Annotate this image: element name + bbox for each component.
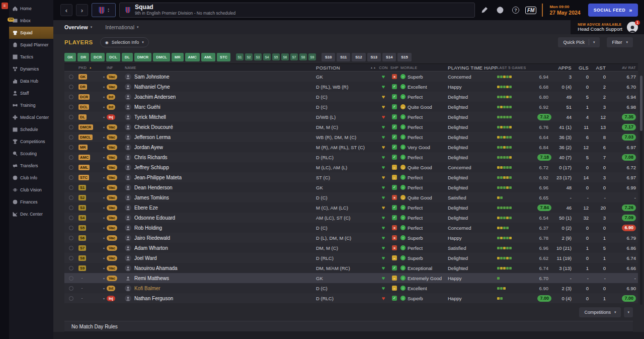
column-header-ast[interactable]: AST xyxy=(593,65,610,71)
table-row[interactable]: MR▾VacJordan AyewM (R), AM (RL), ST (C)♥… xyxy=(64,142,638,152)
filter-gk[interactable]: GK xyxy=(64,53,76,61)
row-checkbox[interactable] xyxy=(69,206,73,210)
pkd-dropdown-icon[interactable]: ▾ xyxy=(103,105,107,109)
table-row[interactable]: -▾IntKofi BalmerD (C)♥–↑Excellent6.902 (… xyxy=(64,283,638,293)
filter-dcl[interactable]: DCL xyxy=(106,53,120,61)
sidebar-item-club-vision[interactable]: Club Vision xyxy=(9,184,53,196)
sidebar-item-medical-center[interactable]: Medical Center xyxy=(9,111,53,123)
fm-logo[interactable]: FM xyxy=(525,7,536,14)
table-row[interactable]: S2▾VacJames TomkinsD (C)♥×→Quite GoodSat… xyxy=(64,192,638,202)
filter-s7[interactable]: S7 xyxy=(290,53,298,60)
table-row[interactable]: S8▾VacJoel WardD (RLC)♥–↑SuperbDelighted… xyxy=(64,253,638,263)
row-checkbox[interactable] xyxy=(69,165,73,170)
advice-panel[interactable]: NEW ADVICE AVAILABLE Head Coach Support … xyxy=(571,20,644,34)
filter-s4[interactable]: S4 xyxy=(263,53,271,60)
column-header-con[interactable]: CON xyxy=(378,65,388,70)
filter-s14[interactable]: S14 xyxy=(382,53,396,61)
sidebar-item-dev-center[interactable]: Dev. Center xyxy=(9,208,53,220)
sidebar-item-transfers[interactable]: Transfers xyxy=(9,160,53,172)
table-row[interactable]: DMCL▾VacJefferson LermaWB (R), DM, M (C)… xyxy=(64,132,638,142)
pkd-dropdown-icon[interactable]: ▾ xyxy=(103,206,107,210)
pkd-dropdown-icon[interactable]: ▾ xyxy=(103,146,107,149)
filter-s8[interactable]: S8 xyxy=(299,53,307,60)
row-checkbox[interactable] xyxy=(69,246,73,250)
globe-icon[interactable] xyxy=(494,5,506,16)
column-header-morale[interactable]: MORALE xyxy=(400,65,448,70)
row-checkbox[interactable] xyxy=(69,155,73,160)
pkd-dropdown-icon[interactable]: ▾ xyxy=(103,246,107,250)
tab-international[interactable]: International▾ xyxy=(105,24,138,30)
collapse-button[interactable]: ▾ xyxy=(624,307,633,317)
filter-dmcl[interactable]: DMCL xyxy=(153,53,170,61)
back-button[interactable]: ‹ xyxy=(60,4,72,16)
pkd-dropdown-icon[interactable]: ▾ xyxy=(103,216,107,220)
pkd-dropdown-icon[interactable]: ▾ xyxy=(103,156,107,159)
sidebar-item-scouting[interactable]: Scouting xyxy=(9,148,53,160)
table-row[interactable]: S5▾VacRob HoldingD (C)♥×↑PerfectConcerne… xyxy=(64,223,638,233)
sidebar-item-schedule[interactable]: Schedule xyxy=(9,123,53,135)
column-header-apps[interactable]: APPS xyxy=(551,65,576,71)
pkd-dropdown-icon[interactable]: ▾ xyxy=(103,85,107,89)
table-row[interactable]: DR▾VacNathaniel ClyneD (RL), WB (R)♥✓↑Ex… xyxy=(64,82,638,92)
quick-pick-button[interactable]: Quick Pick ▾ xyxy=(558,37,600,47)
column-header-gls[interactable]: GLS xyxy=(576,65,593,71)
column-header-avrat[interactable]: AV RAT xyxy=(610,65,638,70)
filter-s3[interactable]: S3 xyxy=(254,53,262,60)
scrollbar-thumb[interactable] xyxy=(640,76,642,131)
sidebar-item-home[interactable]: Home xyxy=(9,3,53,15)
pkd-dropdown-icon[interactable]: ▾ xyxy=(103,196,107,199)
filter-stc[interactable]: STC xyxy=(217,53,230,61)
table-row[interactable]: DL▾InjTyrick MitchellD/WB (L)♥✓↑PerfectD… xyxy=(64,112,638,122)
row-checkbox[interactable] xyxy=(69,135,73,140)
row-checkbox[interactable] xyxy=(69,95,73,99)
filter-s2[interactable]: S2 xyxy=(245,53,253,60)
table-row[interactable]: DCL▾IntMarc GuéhiD (C)♥✓→Quite GoodDelig… xyxy=(64,102,638,112)
row-checkbox[interactable] xyxy=(69,296,73,301)
sidebar-item-staff[interactable]: Staff xyxy=(9,87,53,99)
row-checkbox[interactable] xyxy=(69,256,73,260)
sidebar-item-training[interactable]: Training xyxy=(9,99,53,111)
table-row[interactable]: DCR▾IntJoachim AndersenD (C)♥✓↑PerfectDe… xyxy=(64,92,638,102)
forward-button[interactable]: › xyxy=(76,4,88,16)
coach-avatar[interactable]: 1 xyxy=(627,22,638,33)
pkd-dropdown-icon[interactable]: ▾ xyxy=(103,277,107,280)
row-checkbox[interactable] xyxy=(69,85,73,89)
row-checkbox[interactable] xyxy=(69,266,73,270)
pkd-dropdown-icon[interactable]: ▾ xyxy=(103,256,107,260)
row-checkbox[interactable] xyxy=(69,75,73,79)
table-row[interactable]: -▾InjNathan FergusonD (RLC)♥✓↑SuperbHapp… xyxy=(64,293,638,303)
row-checkbox[interactable] xyxy=(69,226,73,230)
filter-dmcr[interactable]: DMCR xyxy=(134,53,152,61)
filter-dl[interactable]: DL xyxy=(122,53,133,61)
table-row[interactable]: S9▾VacNaouirou AhamadaDM, M/AM (RC)♥✓↑Ex… xyxy=(64,263,638,273)
pkd-dropdown-icon[interactable]: ▾ xyxy=(103,266,107,270)
club-switch-spinner[interactable]: ▴▾ xyxy=(108,8,109,13)
filter-dr[interactable]: DR xyxy=(77,53,89,61)
table-row[interactable]: S1▾VacDean HendersonGK♥✓↑PerfectDelighte… xyxy=(64,182,638,192)
pkd-dropdown-icon[interactable]: ▾ xyxy=(103,176,107,179)
row-checkbox[interactable] xyxy=(69,236,73,240)
row-checkbox[interactable] xyxy=(69,105,73,109)
table-scrollbar[interactable] xyxy=(640,76,642,305)
table-row[interactable]: STC▾VacJean-Philippe MatetaST (C)♥–↑Perf… xyxy=(64,172,638,182)
sidebar-item-club-info[interactable]: Club Info xyxy=(9,172,53,184)
column-header-shp[interactable]: SHP xyxy=(388,65,400,70)
row-checkbox[interactable] xyxy=(69,145,73,150)
selection-info-button[interactable]: ◉ Selection Info ▾ xyxy=(100,37,149,47)
row-checkbox[interactable] xyxy=(69,276,73,281)
sidebar-item-squad[interactable]: Squad xyxy=(9,27,53,39)
column-header-inf[interactable]: INF xyxy=(107,65,125,70)
social-feed-button[interactable]: SOCIAL FEED» xyxy=(588,4,638,17)
pkd-dropdown-icon[interactable]: ▾ xyxy=(103,115,107,119)
filter-s1[interactable]: S1 xyxy=(236,53,244,60)
table-row[interactable]: -▾VacRemi MatthewsGK♥–↑Extremely GoodHap… xyxy=(64,273,638,283)
row-checkbox[interactable] xyxy=(69,185,73,190)
sidebar-item-inbox[interactable]: Inbox150 xyxy=(9,15,53,27)
column-header-playing-time[interactable]: PLAYING TIME HAPPINESS xyxy=(448,65,497,71)
pkd-dropdown-icon[interactable]: ▾ xyxy=(103,287,107,290)
sidebar-item-dynamics[interactable]: Dynamics xyxy=(9,63,53,75)
edit-pencil-icon[interactable] xyxy=(478,5,491,16)
table-row[interactable]: DMCR▾VacCheick DoucouréDM, M (C)♥✓↑Perfe… xyxy=(64,122,638,132)
filter-s11[interactable]: S11 xyxy=(337,53,350,61)
row-checkbox[interactable] xyxy=(69,195,73,200)
